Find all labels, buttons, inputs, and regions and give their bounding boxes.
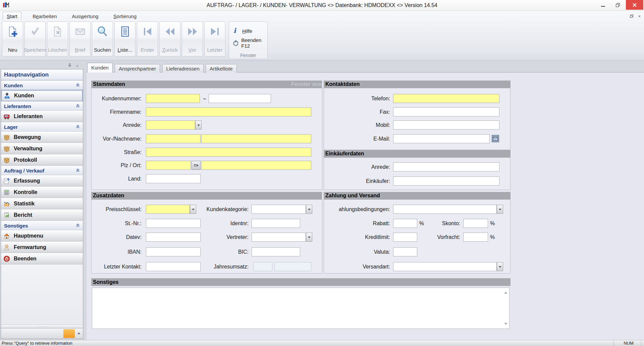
restore-button[interactable] bbox=[611, 0, 625, 10]
overflow-active-chip[interactable] bbox=[63, 329, 75, 338]
mobil-input[interactable] bbox=[393, 120, 499, 130]
ribbon-tab-sortierung[interactable]: S̲ortierung bbox=[110, 12, 140, 20]
suchen-button[interactable]: Suchen bbox=[92, 21, 113, 56]
plz-lookup-button[interactable]: => bbox=[192, 161, 201, 170]
telefon-input[interactable] bbox=[393, 94, 499, 103]
sidebar-item-lieferanten[interactable]: Lieferanten bbox=[1, 111, 83, 122]
kundenkategorie-label: Kundenkategorie: bbox=[198, 205, 249, 214]
group-header-kunden[interactable]: Kunden bbox=[1, 81, 83, 90]
sidebar-close-icon[interactable]: × bbox=[76, 64, 78, 68]
letzter-kontakt-input[interactable] bbox=[146, 262, 201, 271]
group-header-lieferanten[interactable]: Lieferanten bbox=[1, 101, 83, 111]
bic-input[interactable] bbox=[252, 247, 300, 256]
hilfe-button[interactable]: i H̲ilfe bbox=[232, 26, 267, 36]
sidebar-item-erfassung[interactable]: Erfassung bbox=[1, 175, 83, 187]
strasse-input[interactable] bbox=[146, 148, 311, 157]
preisschluessel-select[interactable] bbox=[146, 205, 190, 214]
sidebar-item-bewegung[interactable]: Bewegung bbox=[1, 132, 83, 143]
ribbon-tab-auswertung[interactable]: Ausw̲ertung bbox=[68, 12, 102, 20]
kreditlimit-input[interactable] bbox=[393, 233, 417, 242]
minimize-button[interactable] bbox=[596, 0, 610, 10]
remote-support-icon bbox=[3, 244, 10, 251]
group-header-auftrag-verkauf[interactable]: Auftrag / Verkauf bbox=[1, 166, 83, 175]
identnr-input[interactable] bbox=[252, 219, 300, 228]
valuta-label: Valuta: bbox=[325, 247, 390, 256]
anrede-select[interactable] bbox=[146, 120, 195, 130]
versandart-label: Versandart: bbox=[325, 262, 390, 271]
button-label: Neu bbox=[8, 47, 17, 53]
iban-input[interactable] bbox=[146, 247, 201, 256]
rabatt-label: Rabatt: bbox=[325, 219, 390, 228]
datev-input[interactable] bbox=[146, 233, 201, 242]
einkaeufer-input[interactable] bbox=[393, 177, 499, 186]
zahlungsbedingungen-dropdown-button[interactable] bbox=[497, 205, 503, 214]
plz-input[interactable] bbox=[146, 161, 191, 170]
group-header-sonstiges[interactable]: Sonstiges bbox=[1, 221, 83, 230]
report-icon bbox=[3, 212, 10, 218]
ribbon-tab-bearbeiten[interactable]: Be̲arbeiten bbox=[29, 12, 61, 20]
vertreter-select[interactable] bbox=[252, 233, 306, 242]
ribbon-tab-start[interactable]: S̲tart bbox=[3, 12, 21, 20]
sidebar-item-bericht[interactable]: Bericht bbox=[1, 209, 83, 221]
zahlungsbedingungen-label: ahlungsbedingungen: bbox=[323, 205, 390, 214]
sidebar-splitter[interactable]: ····· bbox=[1, 325, 83, 329]
land-input[interactable] bbox=[146, 174, 201, 183]
kundenkategorie-dropdown-button[interactable] bbox=[306, 205, 312, 214]
firmenname-input[interactable] bbox=[146, 107, 311, 116]
email-input[interactable] bbox=[393, 134, 490, 143]
speichern-button: Speichern bbox=[24, 21, 46, 56]
sidebar-item-statistik[interactable]: Statistik bbox=[1, 198, 83, 209]
skonto-input[interactable] bbox=[463, 219, 488, 228]
sidebar-item-beenden[interactable]: Beenden bbox=[1, 253, 83, 264]
button-label: Beenden F12 bbox=[241, 37, 267, 49]
versandart-select[interactable] bbox=[393, 262, 497, 271]
beenden-f12-button[interactable]: Beenden F12 bbox=[232, 38, 267, 48]
vorfracht-input[interactable] bbox=[463, 233, 488, 242]
sidebar-item-hauptmenu[interactable]: Hauptmenu bbox=[1, 230, 83, 242]
liste-button[interactable]: L̲iste... bbox=[114, 21, 136, 56]
nachname-input[interactable] bbox=[201, 134, 311, 143]
group-label: Fenster bbox=[229, 53, 267, 58]
sidebar-item-kunden[interactable]: Kunden bbox=[1, 90, 83, 101]
group-header-lager[interactable]: Lager bbox=[1, 122, 83, 132]
sidebar-item-verwaltung[interactable]: Verwaltung bbox=[1, 143, 83, 154]
send-email-button[interactable] bbox=[492, 135, 499, 142]
scroll-up-icon[interactable] bbox=[504, 290, 507, 294]
sidebar-item-kontrolle[interactable]: Kontrolle bbox=[1, 187, 83, 198]
button-label: Erster bbox=[141, 47, 154, 53]
anrede-dropdown-button[interactable] bbox=[195, 120, 202, 130]
scroll-down-icon[interactable] bbox=[504, 323, 507, 327]
restore-icon bbox=[616, 3, 620, 7]
vorname-input[interactable] bbox=[146, 134, 201, 143]
ort-input[interactable] bbox=[201, 161, 311, 170]
rabatt-input[interactable] bbox=[393, 219, 417, 228]
versandart-dropdown-button[interactable] bbox=[497, 262, 503, 271]
kundennummer-input[interactable] bbox=[146, 94, 200, 103]
zahlungsbedingungen-select[interactable] bbox=[393, 205, 497, 214]
kundennummer-suffix-input[interactable] bbox=[209, 94, 271, 103]
fax-input[interactable] bbox=[393, 107, 499, 116]
neu-button[interactable]: Neu bbox=[2, 21, 23, 56]
tab-artikelliste[interactable]: Artikelliste bbox=[206, 64, 236, 72]
vertreter-dropdown-button[interactable] bbox=[306, 233, 312, 242]
tab-ansprechpartner[interactable]: Ansprechpartner bbox=[115, 64, 160, 72]
pin-icon[interactable] bbox=[68, 63, 72, 69]
mdi-close-button[interactable]: × bbox=[638, 14, 641, 18]
rabatt-percent: % bbox=[419, 219, 424, 228]
close-button[interactable] bbox=[626, 0, 643, 10]
sidebar-item-fernwartung[interactable]: Fernwartung bbox=[1, 242, 83, 253]
einkaeufer-anrede-input[interactable] bbox=[393, 162, 499, 171]
sonstiges-textarea[interactable] bbox=[92, 288, 509, 329]
overflow-menu-arrow-icon[interactable] bbox=[77, 333, 80, 336]
valuta-input[interactable] bbox=[393, 247, 417, 256]
mdi-restore-button[interactable] bbox=[630, 13, 633, 19]
st-nr-input[interactable] bbox=[146, 219, 201, 228]
tab-lieferadressen[interactable]: Lieferadressen bbox=[162, 64, 204, 72]
preisschluessel-dropdown-button[interactable] bbox=[190, 205, 196, 214]
stammdaten-header: Stammdaten Fenster ausschl bbox=[91, 81, 322, 88]
tab-kunden[interactable]: Kunden bbox=[87, 63, 113, 72]
sidebar-item-protokoll[interactable]: Protokoll bbox=[1, 154, 83, 166]
kundenkategorie-select[interactable] bbox=[252, 205, 306, 214]
preisschluessel-label: Preisschlüssel: bbox=[91, 205, 142, 214]
sidebar-item-label: Bewegung bbox=[14, 134, 41, 140]
